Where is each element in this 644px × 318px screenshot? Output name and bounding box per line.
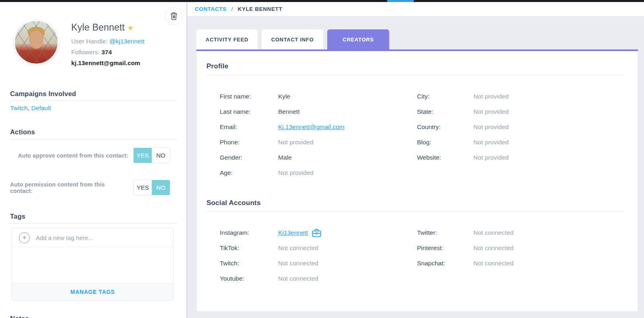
- section-divider: [206, 211, 625, 212]
- blog-value: Not provided: [473, 139, 509, 146]
- field-row-tiktok: TikTok: Not connected: [220, 240, 417, 256]
- youtube-value: Not connected: [278, 275, 318, 282]
- breadcrumb-contacts-link[interactable]: CONTACTS: [195, 6, 227, 12]
- progress-indicator: [387, 0, 414, 2]
- manage-tags-button[interactable]: MANAGE TAGS: [12, 283, 173, 300]
- divider: [10, 223, 177, 224]
- field-row-twitter: Twitter: Not connected: [417, 225, 514, 240]
- gender-value: Male: [278, 154, 292, 161]
- auto-approve-row: Auto approve content from this contact: …: [10, 148, 170, 163]
- auto-approve-yes[interactable]: YES: [134, 148, 152, 163]
- state-value: Not provided: [473, 108, 509, 115]
- field-row-city: City: Not provided: [417, 89, 509, 104]
- auto-approve-toggle: YES NO: [133, 148, 170, 163]
- contact-name: Kyle Bennett★: [71, 22, 134, 33]
- notes-heading: Notes: [10, 315, 29, 318]
- field-row-gender: Gender: Male: [220, 150, 417, 165]
- city-value: Not provided: [473, 93, 509, 100]
- followers-row: Followers: 374: [71, 49, 112, 56]
- social-rows: Instagram: Kj13ennett TikTok: Not connec…: [220, 225, 625, 286]
- breadcrumb: CONTACTS / KYLE BENNETT: [188, 2, 644, 16]
- tab-bar: ACTIVITY FEED CONTACT INFO CREATORS: [196, 29, 389, 49]
- divider: [10, 139, 177, 140]
- field-row-youtube: Youtube: Not connected: [220, 271, 417, 286]
- field-row-first-name: First name: Kyle: [220, 89, 417, 104]
- field-row-twitch: Twitch: Not connected: [220, 256, 417, 271]
- divider: [10, 101, 177, 101]
- snapchat-value: Not connected: [473, 260, 514, 267]
- campaign-links: Twitch, Default: [10, 105, 51, 112]
- field-row-phone: Phone: Not provided: [220, 135, 417, 150]
- campaign-link-twitch[interactable]: Twitch: [10, 105, 28, 111]
- field-row-email: Email: Kj.13ennett@gmail.com: [220, 119, 417, 135]
- field-row-snapchat: Snapchat: Not connected: [417, 256, 514, 271]
- section-divider: [206, 75, 625, 75]
- briefcase-icon[interactable]: [312, 229, 321, 237]
- twitter-value: Not connected: [473, 229, 514, 236]
- auto-permission-yes[interactable]: YES: [134, 180, 152, 195]
- instagram-link[interactable]: Kj13ennett: [278, 229, 308, 236]
- field-row-website: Website: Not provided: [417, 150, 509, 165]
- auto-permission-toggle: YES NO: [133, 180, 170, 195]
- email-link[interactable]: Kj.13ennett@gmail.com: [278, 123, 345, 131]
- delete-contact-button[interactable]: [165, 7, 183, 25]
- field-row-age: Age: Not provided: [220, 165, 417, 181]
- social-section-heading: Social Accounts: [206, 199, 625, 207]
- tags-card: + MANAGE TAGS: [12, 228, 173, 301]
- user-handle-link[interactable]: @kj13ennett: [109, 38, 144, 45]
- profile-section-heading: Profile: [206, 62, 625, 70]
- avatar: [14, 20, 59, 65]
- first-name-value: Kyle: [278, 93, 290, 100]
- auto-permission-no[interactable]: NO: [152, 180, 170, 195]
- user-handle-row: User Handle: @kj13ennett: [71, 38, 144, 45]
- trash-icon: [170, 12, 178, 20]
- followers-count: 374: [101, 49, 112, 55]
- profile-rows: First name: Kyle Last name: Bennett Emai…: [220, 89, 625, 181]
- tiktok-value: Not connected: [278, 244, 318, 252]
- last-name-value: Bennett: [278, 108, 299, 115]
- field-row-last-name: Last name: Bennett: [220, 104, 417, 119]
- country-value: Not provided: [473, 123, 509, 131]
- auto-approve-label: Auto approve content from this contact:: [18, 152, 128, 159]
- top-progress-bar: [0, 0, 644, 2]
- actions-heading: Actions: [10, 128, 35, 136]
- campaign-link-default[interactable]: Default: [31, 105, 51, 111]
- tag-input-row: +: [12, 228, 173, 247]
- tab-activity-feed[interactable]: ACTIVITY FEED: [196, 29, 258, 49]
- website-value: Not provided: [473, 154, 509, 161]
- auto-permission-row: Auto permission content from this contac…: [10, 180, 170, 195]
- auto-permission-label: Auto permission content from this contac…: [10, 181, 128, 194]
- contact-email: kj.13ennett@gmail.com: [71, 59, 140, 66]
- campaigns-heading: Campaigns Involved: [10, 90, 76, 98]
- breadcrumb-current: KYLE BENNETT: [238, 6, 283, 12]
- twitch-value: Not connected: [278, 260, 318, 267]
- tag-input[interactable]: [36, 234, 157, 241]
- auto-approve-no[interactable]: NO: [152, 148, 170, 163]
- contact-sidebar: Kyle Bennett★ User Handle: @kj13ennett F…: [0, 2, 186, 318]
- pinterest-value: Not connected: [473, 244, 514, 252]
- add-tag-icon[interactable]: +: [19, 232, 30, 243]
- field-row-pinterest: Pinterest: Not connected: [417, 240, 514, 256]
- breadcrumb-separator: /: [231, 6, 233, 12]
- tab-creators[interactable]: CREATORS: [327, 29, 389, 49]
- tab-contact-info[interactable]: CONTACT INFO: [262, 29, 323, 49]
- creators-panel: Profile First name: Kyle Last name: Benn…: [196, 51, 638, 312]
- field-row-instagram: Instagram: Kj13ennett: [220, 225, 417, 240]
- field-row-blog: Blog: Not provided: [417, 135, 509, 150]
- tags-heading: Tags: [10, 213, 25, 220]
- field-row-state: State: Not provided: [417, 104, 509, 119]
- sidebar-divider: [186, 2, 188, 318]
- star-icon: ★: [127, 24, 134, 32]
- phone-value: Not provided: [278, 139, 314, 146]
- field-row-country: Country: Not provided: [417, 119, 509, 135]
- age-value: Not provided: [278, 169, 314, 176]
